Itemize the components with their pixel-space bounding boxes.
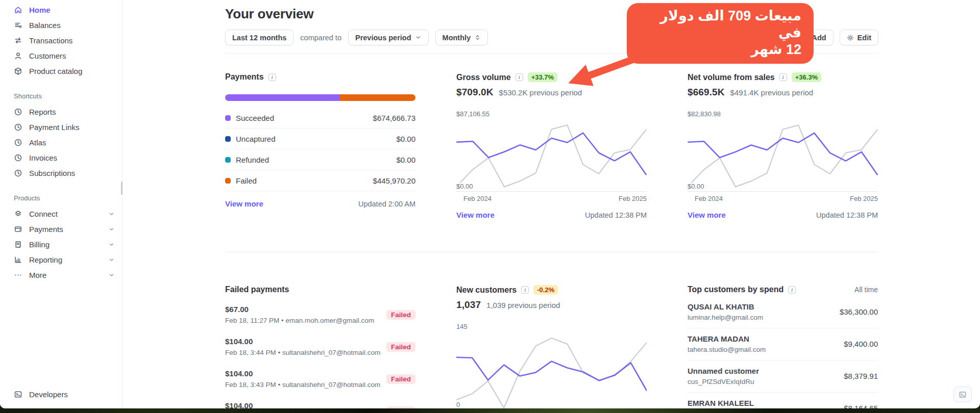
granularity-select[interactable]: Monthly	[435, 30, 488, 45]
customer-email: tahera.studio@gmail.com	[688, 346, 766, 353]
status-value: $445,970.20	[373, 176, 415, 185]
sidebar-item-payments[interactable]: Payments	[0, 221, 122, 237]
sidebar-item-label: Balances	[29, 21, 115, 30]
chevron-down-icon	[108, 272, 115, 278]
sidebar-section-shortcuts: Shortcuts	[14, 92, 122, 100]
sidebar-item-connect[interactable]: Connect	[0, 206, 122, 221]
y-axis-zero-label: $0.00	[688, 183, 704, 190]
customer-amount: $8,164.65	[844, 404, 878, 408]
new-customers-chart: 145 0	[456, 323, 647, 408]
edit-label: Edit	[857, 34, 871, 42]
sidebar-item-billing[interactable]: Billing	[0, 237, 122, 252]
updated-timestamp: Updated 2:00 AM	[358, 200, 415, 208]
view-more-link[interactable]: View more	[225, 199, 263, 208]
sidebar-item-transactions[interactable]: Transactions	[0, 33, 122, 48]
trend-badge: -0.2%	[533, 285, 558, 295]
annotation-callout: مبيعات 709 الف دولار في 12 شهر	[627, 3, 814, 64]
info-icon[interactable]: i	[516, 73, 523, 81]
sidebar-item-more[interactable]: More	[0, 267, 122, 282]
terminal-icon	[959, 391, 967, 399]
clock-icon	[14, 123, 22, 132]
info-icon[interactable]: i	[788, 286, 796, 294]
date-range-button[interactable]: Last 12 months	[225, 30, 293, 45]
customer-amount: $8,379.91	[844, 372, 878, 380]
status-dot	[225, 136, 231, 142]
sidebar-item-label: Payments	[29, 225, 102, 234]
payment-amount: $104.00	[225, 401, 380, 408]
payment-status-row[interactable]: Succeeded $674,666.73	[225, 108, 415, 128]
failed-badge: Failed	[386, 406, 415, 409]
view-more-link[interactable]: View more	[688, 211, 726, 219]
sidebar-item-product-catalog[interactable]: Product catalog	[0, 63, 122, 79]
payment-amount: $67.00	[225, 305, 374, 314]
view-more-link[interactable]: View more	[456, 211, 495, 219]
period-label: All time	[854, 286, 878, 294]
annotation-line1: مبيعات 709 الف دولار في	[639, 8, 801, 41]
terminal-icon	[14, 390, 22, 399]
info-icon[interactable]: i	[779, 73, 787, 81]
sidebar-item-home[interactable]: Home	[0, 2, 122, 17]
trend-badge: +36.3%	[792, 72, 821, 82]
info-icon[interactable]: i	[268, 73, 276, 81]
failed-payment-row[interactable]: $67.00 Feb 18, 11:27 PM • eman.moh.omer@…	[225, 298, 415, 330]
top-customers-card: Top customers by spend i All time QUSAI …	[688, 285, 878, 408]
info-icon[interactable]: i	[521, 286, 529, 294]
status-dot	[225, 157, 231, 163]
customer-name: TAHERA MADAN	[688, 334, 766, 343]
sidebar-item-subscriptions[interactable]: Subscriptions	[0, 165, 122, 180]
chevron-down-icon	[415, 34, 422, 41]
customer-name: Unnamed customer	[688, 367, 759, 375]
failed-payment-row[interactable]: $104.00 Feb 18, 3:44 PM • sultanalshehri…	[225, 330, 415, 363]
payment-status-row[interactable]: Refunded $0.00	[225, 149, 415, 170]
sidebar-item-reports[interactable]: Reports	[0, 104, 122, 119]
customer-row[interactable]: QUSAI AL KHATIB luminar.help@gmail.com $…	[688, 296, 878, 328]
failed-payment-row[interactable]: $104.00 Feb 18, 3:02 PM • sultanalshehri…	[225, 395, 415, 408]
failed-payments-title: Failed payments	[225, 285, 289, 294]
failed-payment-row[interactable]: $104.00 Feb 18, 3:43 PM • sultanalshehri…	[225, 363, 415, 395]
bar-chart-icon	[14, 255, 22, 264]
payment-status-row[interactable]: Failed $445,970.20	[225, 170, 415, 191]
sort-updown-icon	[474, 34, 481, 41]
sidebar-item-balances[interactable]: Balances	[0, 17, 122, 33]
customer-row[interactable]: EMRAN KHALEEL emranagrabawi34@gmail.com …	[688, 393, 878, 408]
customer-id: cus_PfZSdVExIqIdRu	[688, 378, 759, 385]
sidebar-item-customers[interactable]: Customers	[0, 48, 122, 63]
customer-email: luminar.help@gmail.com	[688, 314, 763, 321]
payment-amount: $104.00	[225, 369, 380, 378]
trend-badge: +33.7%	[528, 72, 557, 82]
net-volume-card: Net volume from sales i +36.3% $669.5K $…	[688, 72, 878, 219]
gross-volume-previous: $530.2K previous period	[499, 88, 582, 97]
chevron-down-icon	[108, 226, 115, 233]
x-axis-left-label: Feb 2024	[463, 195, 492, 202]
product-catalog-icon	[14, 67, 22, 75]
sidebar-item-label: Developers	[29, 390, 115, 399]
developer-console-button[interactable]	[953, 386, 972, 402]
customer-amount: $36,300.00	[840, 307, 878, 316]
sidebar: Home Balances Transactions Customers Pro…	[0, 0, 122, 408]
compared-to-label: compared to	[300, 34, 341, 42]
granularity-value: Monthly	[443, 34, 471, 42]
sidebar-item-atlas[interactable]: Atlas	[0, 135, 122, 150]
x-axis-right-label: Feb 2025	[619, 195, 647, 202]
sidebar-item-label: Subscriptions	[29, 169, 115, 177]
balances-icon	[14, 21, 22, 30]
sidebar-item-label: Transactions	[29, 36, 115, 45]
invoice-icon	[14, 240, 22, 249]
comparison-select[interactable]: Previous period	[348, 30, 429, 45]
annotation-line2: 12 شهر	[639, 41, 801, 58]
sidebar-item-label: More	[29, 271, 102, 279]
sidebar-item-label: Invoices	[29, 153, 115, 162]
payment-meta: Feb 18, 11:27 PM • eman.moh.omer@gmail.c…	[225, 317, 374, 324]
customer-row[interactable]: TAHERA MADAN tahera.studio@gmail.com $9,…	[688, 328, 878, 360]
dashboard-window: Home Balances Transactions Customers Pro…	[0, 0, 980, 408]
sidebar-item-invoices[interactable]: Invoices	[0, 150, 122, 165]
sidebar-item-reporting[interactable]: Reporting	[0, 252, 122, 267]
sidebar-item-payment-links[interactable]: Payment Links	[0, 119, 122, 135]
payment-status-row[interactable]: Uncaptured $0.00	[225, 128, 415, 149]
status-label: Succeeded	[236, 114, 274, 122]
sidebar-item-developers[interactable]: Developers	[0, 386, 122, 402]
edit-button[interactable]: Edit	[840, 30, 878, 45]
sidebar-item-label: Atlas	[29, 138, 115, 147]
new-customers-previous: 1,039 previous period	[486, 301, 560, 309]
customer-row[interactable]: Unnamed customer cus_PfZSdVExIqIdRu $8,3…	[688, 360, 878, 393]
